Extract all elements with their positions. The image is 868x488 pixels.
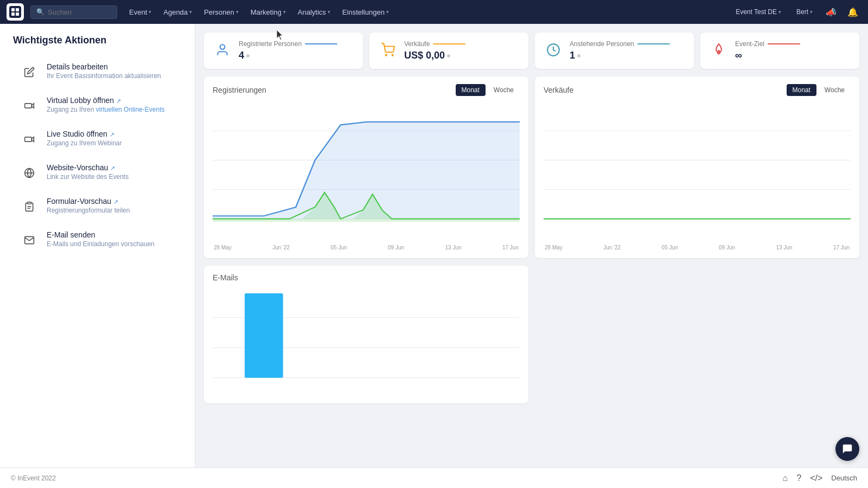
charts-row: Registrierungen Monat Woche <box>204 76 859 258</box>
video-icon <box>20 96 39 115</box>
tab-woche-verkaufe[interactable]: Woche <box>819 84 851 96</box>
tab-monat[interactable]: Monat <box>456 84 486 96</box>
video2-icon <box>20 130 39 149</box>
tab-woche[interactable]: Woche <box>488 84 520 96</box>
sidebar: Wichtigste Aktionen Details bearbeiten I… <box>0 24 195 467</box>
sidebar-title: Wichtigste Aktionen <box>0 35 195 55</box>
footer-right: ⌂ ? </> Deutsch <box>783 473 857 483</box>
language-selector[interactable]: Deutsch <box>831 474 857 482</box>
nav-menu: Event ▾ Agenda ▾ Personen ▾ Marketing ▾ … <box>124 5 728 20</box>
fire-icon <box>709 40 729 60</box>
pencil-icon <box>20 62 39 82</box>
chart-tabs: Monat Woche <box>456 84 520 96</box>
globe-icon <box>20 163 39 183</box>
stat-card-registrierte-personen: Registrierte Personen 4 <box>204 33 363 69</box>
chart-verkaufe: Verkäufe Monat Woche <box>535 76 859 258</box>
svg-rect-5 <box>25 137 32 142</box>
chart-title: Verkäufe <box>544 86 573 94</box>
main-layout: Wichtigste Aktionen Details bearbeiten I… <box>0 24 868 467</box>
bell-icon[interactable]: 🔔 <box>844 5 861 20</box>
chevron-down-icon: ▾ <box>810 9 813 15</box>
chart-emails: E-Mails <box>204 266 528 403</box>
stat-card-event-ziel: Event-Ziel ∞ <box>700 33 859 69</box>
search-input[interactable] <box>48 8 113 16</box>
status-dot <box>246 54 250 57</box>
home-icon[interactable]: ⌂ <box>783 473 788 483</box>
clock-icon <box>544 40 563 60</box>
person-icon <box>213 40 232 60</box>
envelope-icon <box>20 230 39 250</box>
chevron-down-icon: ▾ <box>189 9 192 15</box>
status-dot <box>577 54 580 57</box>
search-icon: 🔍 <box>36 8 44 16</box>
email-chart-row: E-Mails <box>204 266 859 403</box>
chevron-down-icon: ▾ <box>328 9 330 15</box>
sidebar-item-live-studio[interactable]: Live Studio öffnen ↗ Zugang zu Ihrem Web… <box>7 123 188 156</box>
main-content: Registrierte Personen 4 Verkäufe <box>195 24 868 467</box>
search-box[interactable]: 🔍 <box>30 5 117 19</box>
cart-icon <box>378 40 398 60</box>
chevron-down-icon: ▾ <box>386 9 389 15</box>
chart-registrierungen: Registrierungen Monat Woche <box>204 76 528 258</box>
nav-analytics[interactable]: Analytics ▾ <box>292 5 336 20</box>
app-logo[interactable] <box>7 3 24 21</box>
nav-agenda[interactable]: Agenda ▾ <box>158 5 197 20</box>
code-icon[interactable]: </> <box>810 473 822 483</box>
svg-point-11 <box>220 44 225 49</box>
stat-card-anstehende-personen: Anstehende Personen 1 <box>535 33 694 69</box>
email-chart-area <box>213 287 520 396</box>
clipboard-icon <box>20 197 39 216</box>
sidebar-item-virtual-lobby[interactable]: Virtual Lobby öffnen ↗ Zugang zu Ihren v… <box>7 89 188 122</box>
sidebar-item-details-bearbeiten[interactable]: Details bearbeiten Ihr Event Basisinform… <box>7 56 188 88</box>
chevron-down-icon: ▾ <box>236 9 239 15</box>
stat-card-verkaufe: Verkäufe US$ 0,00 <box>369 33 528 69</box>
chart-x-labels-verkaufe: 28 May Jun '22 05 Jun 09 Jun 13 Jun 17 J… <box>544 245 851 251</box>
chevron-down-icon: ▾ <box>283 9 286 15</box>
stat-cards: Registrierte Personen 4 Verkäufe <box>204 33 859 69</box>
navbar-right: Event Test DE ▾ Bert ▾ 📣 🔔 <box>730 5 861 20</box>
nav-einstellungen[interactable]: Einstellungen ▾ <box>337 5 394 20</box>
nav-event[interactable]: Event ▾ <box>124 5 157 20</box>
chart-title: Registrierungen <box>213 86 266 94</box>
email-chart-title: E-Mails <box>213 273 238 282</box>
sidebar-item-website-vorschau[interactable]: Website-Vorschau ↗ Link zur Website des … <box>7 157 188 189</box>
status-dot <box>447 54 450 57</box>
help-icon[interactable]: ? <box>796 473 801 483</box>
svg-rect-0 <box>11 8 15 11</box>
svg-point-12 <box>386 55 387 56</box>
nav-marketing[interactable]: Marketing ▾ <box>245 5 291 20</box>
tab-monat-verkaufe[interactable]: Monat <box>787 84 816 96</box>
chevron-down-icon: ▾ <box>778 9 781 15</box>
user-menu[interactable]: Bert ▾ <box>791 5 818 19</box>
svg-rect-4 <box>25 104 32 108</box>
svg-rect-2 <box>11 12 15 16</box>
verkaufe-chart-area <box>544 101 851 242</box>
svg-rect-27 <box>245 293 283 378</box>
svg-point-13 <box>392 55 393 56</box>
footer: © InEvent 2022 ⌂ ? </> Deutsch <box>0 467 868 488</box>
chevron-down-icon: ▾ <box>149 9 151 15</box>
event-selector[interactable]: Event Test DE ▾ <box>730 5 787 19</box>
sidebar-item-formular-vorschau[interactable]: Formular-Vorschau ↗ Registrierungsformul… <box>7 190 188 223</box>
copyright: © InEvent 2022 <box>11 474 56 482</box>
nav-personen[interactable]: Personen ▾ <box>199 5 244 20</box>
svg-rect-8 <box>28 202 31 204</box>
sidebar-item-email-senden[interactable]: E-Mail senden E-Mails und Einladungen vo… <box>7 224 188 256</box>
navbar: 🔍 Event ▾ Agenda ▾ Personen ▾ Marketing … <box>0 0 868 24</box>
megaphone-icon[interactable]: 📣 <box>822 5 840 20</box>
chat-button[interactable] <box>835 437 859 461</box>
registrierungen-chart-area <box>213 101 520 242</box>
svg-rect-1 <box>16 8 19 11</box>
chart-tabs-verkaufe: Monat Woche <box>787 84 851 96</box>
chart-x-labels: 28 May Jun '22 05 Jun 09 Jun 13 Jun 17 J… <box>213 245 520 251</box>
svg-rect-3 <box>16 12 19 16</box>
